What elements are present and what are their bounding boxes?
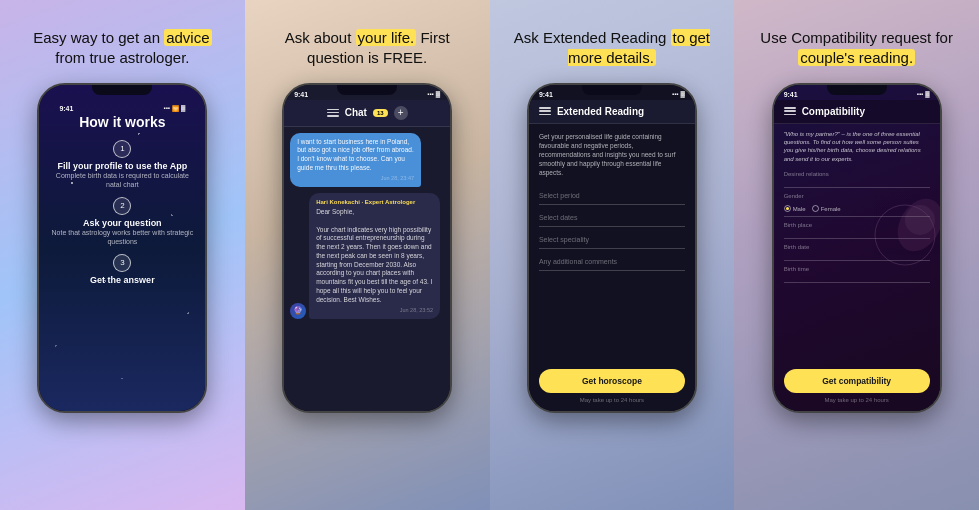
svg-point-2 xyxy=(905,205,935,235)
ext-field-speciality[interactable]: Select speciality xyxy=(539,231,685,249)
radio-female-label: Female xyxy=(821,206,841,212)
step-2-circle: 2 xyxy=(113,197,131,215)
phone-4-screen: 9:41 ▪▪▪ ▓ Compatibility xyxy=(774,85,940,411)
battery-icon-3: ▓ xyxy=(681,91,685,97)
phone-3-notch xyxy=(582,85,642,95)
signal-icon-4: ▪▪▪ xyxy=(917,91,923,97)
step-1-circle: 1 xyxy=(113,140,131,158)
radio-female-dot xyxy=(812,205,819,212)
highlight-advice: advice xyxy=(164,29,211,46)
ext-footer: Get horoscope May take up to 24 hours xyxy=(529,361,695,411)
compat-screen-title: Compatibility xyxy=(802,106,865,117)
status-icons-4: ▪▪▪ ▓ xyxy=(917,91,930,97)
chat-badge: 13 xyxy=(373,109,388,117)
phone-3: 9:41 ▪▪▪ ▓ Extended Reading Get your per… xyxy=(527,83,697,413)
step-1: 1 Fill your profile to use the App Compl… xyxy=(49,140,195,189)
astro-avatar: 🔮 xyxy=(290,303,306,319)
phone-4: 9:41 ▪▪▪ ▓ Compatibility xyxy=(772,83,942,413)
chat-header: Chat 13 + xyxy=(284,100,450,127)
chat-title: Chat xyxy=(345,107,367,118)
panel-1: Easy way to get an advice from true astr… xyxy=(0,0,245,510)
radio-male[interactable]: Male xyxy=(784,205,806,212)
step-1-desc: Complete birth data is required to calcu… xyxy=(49,171,195,189)
phone-2-notch xyxy=(337,85,397,95)
battery-icon-2: ▓ xyxy=(436,91,440,97)
signal-icon-3: ▪▪▪ xyxy=(672,91,678,97)
compat-header: Compatibility xyxy=(774,100,940,124)
panel-2: Ask about your life. First question is F… xyxy=(245,0,490,510)
status-icons-2: ▪▪▪ ▓ xyxy=(427,91,440,97)
phone-1-screen: 9:41 ▪▪▪ 🛜 ▓ How it works 1 Fill your pr… xyxy=(39,85,205,411)
ext-field-comments[interactable]: Any additional comments xyxy=(539,253,685,271)
compat-footer: Get compatibility May take up to 24 hour… xyxy=(774,361,940,411)
panel-1-caption: Easy way to get an advice from true astr… xyxy=(22,28,222,69)
panel-3: Ask Extended Reading to get more details… xyxy=(490,0,735,510)
compat-art xyxy=(870,195,940,275)
user-message-wrap: I want to start business here in Poland,… xyxy=(290,133,444,187)
desired-relations-field[interactable] xyxy=(784,179,930,188)
step-3: 3 Get the answer xyxy=(49,254,195,285)
menu-icon[interactable] xyxy=(327,109,339,117)
astro-message-bubble: Hari Konekachi · Expert Astrologer Dear … xyxy=(309,193,440,319)
ext-field-period[interactable]: Select period xyxy=(539,187,685,205)
step-3-title: Get the answer xyxy=(90,275,155,285)
stars-background xyxy=(39,85,205,411)
time-display-2: 9:41 xyxy=(294,91,308,98)
compat-body: "Who is my partner?" – is the one of thr… xyxy=(774,124,940,361)
phone-1: 9:41 ▪▪▪ 🛜 ▓ How it works 1 Fill your pr… xyxy=(37,83,207,413)
ext-field-dates[interactable]: Select dates xyxy=(539,209,685,227)
astro-message-wrap: 🔮 Hari Konekachi · Expert Astrologer Dea… xyxy=(290,193,444,319)
ext-note: May take up to 24 hours xyxy=(580,397,644,403)
user-message-time: Jun 28, 23:47 xyxy=(297,175,414,182)
panel-2-caption: Ask about your life. First question is F… xyxy=(267,28,467,69)
panel-3-caption: Ask Extended Reading to get more details… xyxy=(512,28,712,69)
compat-menu-icon[interactable] xyxy=(784,107,796,115)
phone-4-notch xyxy=(827,85,887,95)
highlight-couples: couple's reading. xyxy=(798,49,915,66)
status-icons-3: ▪▪▪ ▓ xyxy=(672,91,685,97)
desired-relations-label: Desired relations xyxy=(784,171,930,177)
ext-reading-title: Extended Reading xyxy=(557,106,644,117)
birth-time-field[interactable] xyxy=(784,274,930,283)
panel-4: Use Compatibility request for couple's r… xyxy=(734,0,979,510)
phone-2-screen: 9:41 ▪▪▪ ▓ Chat 13 + I want to start bus… xyxy=(284,85,450,411)
step-1-title: Fill your profile to use the App xyxy=(58,161,188,171)
ext-header: Extended Reading xyxy=(529,100,695,124)
how-it-works-title: How it works xyxy=(49,114,195,130)
radio-male-label: Male xyxy=(793,206,806,212)
radio-male-dot xyxy=(784,205,791,212)
phone-3-screen: 9:41 ▪▪▪ ▓ Extended Reading Get your per… xyxy=(529,85,695,411)
ext-menu-icon[interactable] xyxy=(539,107,551,115)
phone-1-notch xyxy=(92,85,152,95)
phone-2: 9:41 ▪▪▪ ▓ Chat 13 + I want to start bus… xyxy=(282,83,452,413)
highlight-your-life: your life. xyxy=(356,29,417,46)
radio-female[interactable]: Female xyxy=(812,205,841,212)
highlight-more-details: to get more details. xyxy=(568,29,710,66)
step-2-desc: Note that astrology works better with st… xyxy=(49,228,195,246)
astro-message-time: Jun 28, 23:52 xyxy=(316,307,433,314)
get-horoscope-button[interactable]: Get horoscope xyxy=(539,369,685,393)
ext-description: Get your personalised life guide contain… xyxy=(539,132,685,177)
chat-messages: I want to start business here in Poland,… xyxy=(284,127,450,411)
step-2-title: Ask your question xyxy=(83,218,162,228)
battery-icon-4: ▓ xyxy=(925,91,929,97)
compat-quote-text: "Who is my partner?" – is the one of thr… xyxy=(784,130,930,164)
compat-note: May take up to 24 hours xyxy=(824,397,888,403)
chat-add-button[interactable]: + xyxy=(394,106,408,120)
step-2: 2 Ask your question Note that astrology … xyxy=(49,197,195,246)
get-compatibility-button[interactable]: Get compatibility xyxy=(784,369,930,393)
time-display-4: 9:41 xyxy=(784,91,798,98)
signal-icon-2: ▪▪▪ xyxy=(427,91,433,97)
astro-name: Hari Konekachi · Expert Astrologer xyxy=(316,198,433,206)
time-display-3: 9:41 xyxy=(539,91,553,98)
step-3-circle: 3 xyxy=(113,254,131,272)
user-message-bubble: I want to start business here in Poland,… xyxy=(290,133,421,187)
panel-4-caption: Use Compatibility request for couple's r… xyxy=(757,28,957,69)
ext-body: Get your personalised life guide contain… xyxy=(529,124,695,361)
